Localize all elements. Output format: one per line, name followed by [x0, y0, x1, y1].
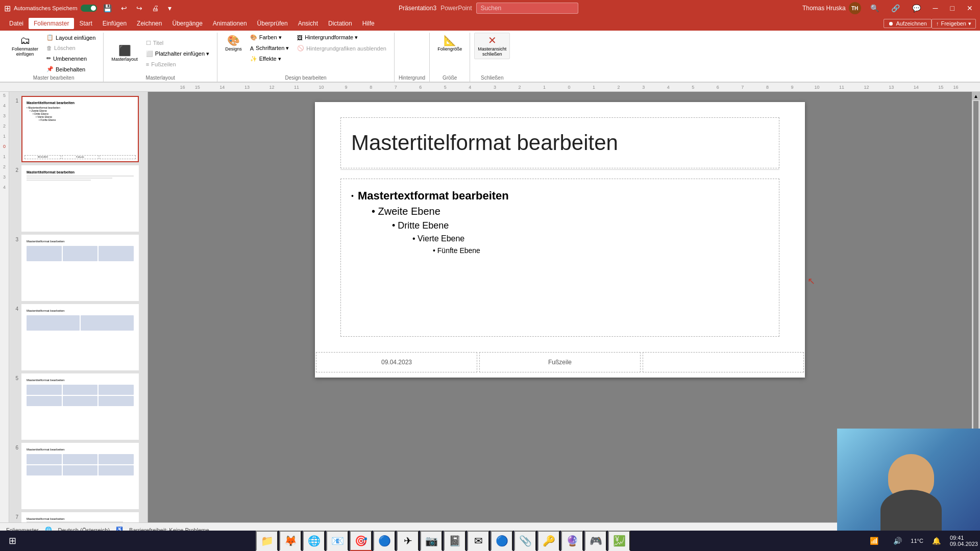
menu-datei[interactable]: Datei — [4, 18, 29, 29]
ribbon-group-design: 🎨 Designs 🎨 Farben ▾ A Schriftarten ▾ ✨ … — [217, 33, 395, 82]
volume-icon[interactable]: 🔊 — [887, 531, 908, 551]
slide-img-5[interactable]: Mastertitelformat bearbeiten — [21, 373, 139, 440]
search-icon-btn[interactable]: 🔍 — [867, 3, 882, 13]
redo-button[interactable]: ↪ — [133, 3, 145, 13]
save-button[interactable]: 💾 — [100, 3, 115, 13]
titel-btn[interactable]: ☐ Titel — [142, 38, 213, 48]
content-text-4: • Vierte Ebene — [412, 234, 464, 243]
autosave-toggle[interactable] — [81, 5, 97, 12]
menu-start[interactable]: Start — [74, 18, 97, 29]
slide-img-4[interactable]: Mastertitelformat bearbeiten — [21, 304, 139, 370]
hintergrundgrafik-btn[interactable]: 🚫 Hintergrundgrafiken ausblenden — [293, 43, 390, 53]
share-icon-btn[interactable]: 🔗 — [888, 3, 903, 13]
menu-einfuegen[interactable]: Einfügen — [97, 18, 132, 29]
farben-btn[interactable]: 🎨 Farben ▾ — [247, 33, 293, 42]
menu-ansicht[interactable]: Ansicht — [293, 18, 323, 29]
title-bar: ⊞ Automatisches Speichern 💾 ↩ ↪ 🖨 ▾ Präs… — [0, 0, 980, 16]
platzhalter-btn[interactable]: ⬜ Platzhalter einfügen ▾ — [142, 49, 213, 59]
taskbar-right: 📶 🔊 11°C 🔔 09:4109.04.2023 — [864, 531, 978, 551]
folienmaster-icon: 🗂 — [20, 35, 30, 45]
bullet-5: • — [433, 246, 437, 255]
content-line-2: • Zweite Ebene — [351, 206, 769, 217]
masterlayout-btn[interactable]: ⬛ Masterlayout — [108, 43, 141, 64]
scroll-up-btn[interactable]: ▲ — [972, 92, 980, 100]
slide-thumb-3[interactable]: 3 Mastertitelformat bearbeiten — [11, 235, 145, 301]
ruler-horizontal: 16 15 14 13 12 11 10 9 8 7 6 5 4 3 2 1 0… — [0, 83, 980, 92]
slide-img-3[interactable]: Mastertitelformat bearbeiten — [21, 235, 139, 301]
taskbar-ppt[interactable]: 🎯 — [350, 531, 372, 551]
menu-uebergaenge[interactable]: Übergänge — [167, 18, 207, 29]
taskbar-teams[interactable]: 🔵 — [373, 531, 396, 551]
hintergrundformate-btn[interactable]: 🖼 Hintergrundformate ▾ — [293, 33, 390, 42]
menu-animationen[interactable]: Animationen — [208, 18, 252, 29]
taskbar-explorer[interactable]: 📁 — [256, 531, 278, 551]
taskbar-app2[interactable]: ✉ — [467, 531, 489, 551]
loeschen-btn[interactable]: 🗑 Löschen — [43, 43, 99, 53]
footer-page[interactable] — [643, 352, 804, 372]
maximize-button[interactable]: □ — [947, 3, 958, 13]
taskbar-onenote[interactable]: 📓 — [444, 531, 466, 551]
aufzeichnen-button[interactable]: ⏺ Aufzeichnen — [884, 19, 932, 28]
comments-btn[interactable]: 💬 — [909, 3, 924, 13]
slide-title-placeholder[interactable]: Mastertitelformat bearbeiten — [340, 117, 779, 168]
foliengroesse-btn[interactable]: 📐 Foliengröße — [434, 33, 465, 54]
slide-canvas[interactable]: Mastertitelformat bearbeiten • Mastertex… — [315, 102, 805, 378]
ribbon-group-hintergrund: Hintergrund — [395, 33, 430, 82]
taskbar-telegram[interactable]: ✈ — [397, 531, 419, 551]
menu-folienmaster[interactable]: Folienmaster — [29, 18, 74, 29]
slide-thumb-1[interactable]: 1 Mastertitelformat bearbeiten • Mastert… — [11, 96, 145, 162]
taskbar-app4[interactable]: 📎 — [514, 531, 536, 551]
taskbar-app6[interactable]: 🔮 — [561, 531, 583, 551]
keep-icon: 📌 — [46, 66, 54, 72]
umbenennen-btn[interactable]: ✏ Umbenennen — [43, 54, 99, 63]
slide-img-7[interactable]: Mastertitelformat bearbeiten — [21, 512, 139, 522]
designs-btn[interactable]: 🎨 Designs — [222, 33, 246, 54]
taskbar-app3[interactable]: 🔵 — [491, 531, 513, 551]
more-button[interactable]: ▾ — [165, 3, 175, 13]
slide-thumb-4[interactable]: 4 Mastertitelformat bearbeiten — [11, 304, 145, 370]
slide-num-3: 3 — [11, 235, 18, 242]
slide-img-6[interactable]: Mastertitelformat bearbeiten — [21, 443, 139, 509]
schriftarten-btn[interactable]: A Schriftarten ▾ — [247, 43, 293, 53]
bullet-4: • — [412, 234, 418, 243]
footer-date[interactable]: 09.04.2023 — [316, 352, 477, 372]
hintergraf-icon: 🚫 — [297, 45, 304, 52]
masterlayout-icon: ⬛ — [118, 45, 131, 56]
taskbar-excel[interactable]: 💹 — [608, 531, 630, 551]
foliengroesse-icon: 📐 — [444, 35, 456, 45]
minimize-button[interactable]: ─ — [930, 3, 941, 13]
close-button[interactable]: ✕ — [964, 3, 976, 13]
menu-ueberpruefen[interactable]: Überprüfen — [252, 18, 293, 29]
slide-content-placeholder[interactable]: • Mastertextformat bearbeiten • Zweite E… — [340, 179, 779, 337]
taskbar-outlook[interactable]: 📧 — [326, 531, 349, 551]
freigeben-button[interactable]: ↑ Freigeben ▾ — [932, 19, 976, 29]
search-input[interactable] — [476, 3, 578, 14]
taskbar-app7[interactable]: 🎮 — [584, 531, 607, 551]
menu-zeichnen[interactable]: Zeichnen — [132, 18, 167, 29]
undo-button[interactable]: ↩ — [118, 3, 130, 13]
slide-img-1[interactable]: Mastertitelformat bearbeiten • Mastertex… — [21, 96, 139, 162]
layout-einfuegen-btn[interactable]: 📋 Layout einfügen — [43, 33, 99, 42]
notification-icon[interactable]: 🔔 — [926, 531, 947, 551]
taskbar-app1[interactable]: 📷 — [420, 531, 443, 551]
taskbar-firefox[interactable]: 🦊 — [279, 531, 302, 551]
beibehalten-btn[interactable]: 📌 Beibehalten — [43, 64, 99, 74]
fusszeilen-btn[interactable]: ≡ Fußzeilen — [142, 60, 213, 69]
menu-hilfe[interactable]: Hilfe — [357, 18, 380, 29]
print-button[interactable]: 🖨 — [149, 3, 162, 13]
folienmaster-einfuegen-btn[interactable]: 🗂 Folienmastereinfügen — [8, 33, 42, 59]
menu-dictation[interactable]: Dictation — [323, 18, 357, 29]
slide-thumb-2[interactable]: 2 Mastertitelformat bearbeiten — [11, 165, 145, 232]
start-button[interactable]: ⊞ — [2, 531, 22, 551]
slide-thumb-5[interactable]: 5 Mastertitelformat bearbeiten — [11, 373, 145, 440]
taskbar-chrome[interactable]: 🌐 — [303, 531, 325, 551]
footer-text[interactable]: Fußzeile — [479, 352, 641, 372]
effekte-btn[interactable]: ✨ Effekte ▾ — [247, 54, 293, 64]
slide-img-2[interactable]: Mastertitelformat bearbeiten — [21, 165, 139, 232]
delete-icon: 🗑 — [46, 45, 52, 51]
masteransicht-schliessen-btn[interactable]: ✕ Masteransichtschließen — [474, 33, 510, 59]
network-icon[interactable]: 📶 — [864, 531, 884, 551]
taskbar-app5[interactable]: 🔑 — [537, 531, 560, 551]
slide-thumb-6[interactable]: 6 Mastertitelformat bearbeiten — [11, 443, 145, 509]
slide-thumb-7[interactable]: 7 Mastertitelformat bearbeiten — [11, 512, 145, 522]
